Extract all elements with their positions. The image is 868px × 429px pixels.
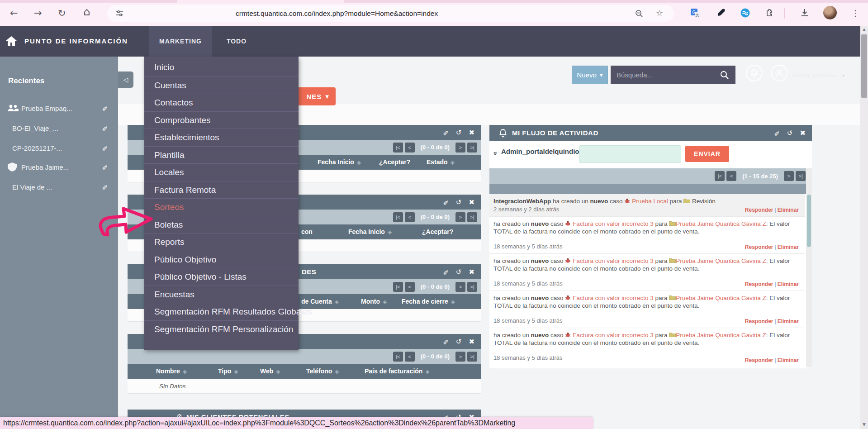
pager-prev-button[interactable]: < [405, 282, 415, 292]
menu-item-cuentas[interactable]: Cuentas [144, 76, 299, 94]
edit-pencil-icon[interactable]: ✎ [102, 163, 108, 171]
menu-item-publico-objetivo[interactable]: Público Objetivo [144, 251, 299, 268]
refresh-icon[interactable]: ↺ [456, 129, 462, 137]
edit-pencil-icon[interactable]: ✎ [102, 183, 108, 191]
column-header[interactable]: Web◈ [260, 364, 280, 379]
edit-pencil-icon[interactable]: ✎ [443, 129, 449, 137]
back-icon[interactable]: ← [10, 8, 18, 19]
column-header[interactable]: País de facturación◈ [365, 364, 430, 379]
forward-icon[interactable]: → [34, 8, 42, 19]
site-info-icon[interactable] [115, 9, 124, 18]
menu-item-reports[interactable]: Reports [144, 233, 299, 251]
scroll-up-icon[interactable]: ▲ [860, 27, 868, 32]
refresh-icon[interactable]: ↺ [787, 129, 793, 137]
column-header[interactable]: Teléfono◈ [306, 364, 339, 379]
notifications-bell-icon[interactable] [746, 65, 763, 81]
sort-icon[interactable]: ◈ [276, 368, 280, 375]
menu-item-encuestas[interactable]: Encuestas [144, 286, 299, 303]
menu-item-factura-remota[interactable]: Factura Remota [144, 181, 299, 199]
account-link[interactable]: Prueba Jaime Quantica Gaviria Z [676, 332, 766, 338]
pager-first-button[interactable]: |< [393, 143, 403, 153]
column-header[interactable]: Monto◈ [361, 294, 387, 309]
sidebar-collapse-button[interactable]: ◁ [118, 72, 133, 88]
edit-pencil-icon[interactable]: ✎ [102, 104, 108, 112]
column-header[interactable]: Tipo◈ [218, 364, 238, 379]
activity-post-input[interactable] [579, 145, 681, 163]
column-header[interactable]: Fecha Inicio◈ [318, 155, 361, 170]
pager-first-button[interactable]: |< [393, 352, 403, 362]
account-link[interactable]: Prueba Jaime Quantica Gaviria Z [676, 257, 766, 264]
eliminar-link[interactable]: Eliminar [778, 357, 799, 363]
feed-scrollbar[interactable] [806, 168, 812, 367]
menu-item-segmentacion-rfm-resultados[interactable]: Segmentación RFM Resultados Globales [144, 303, 299, 320]
search-input[interactable] [611, 66, 735, 84]
logged-in-user[interactable]: admin_portalde...▾ [792, 66, 844, 84]
sort-icon[interactable]: ◈ [388, 229, 392, 235]
account-link[interactable]: Prueba Jaime Quantica Gaviria Z [676, 295, 766, 301]
tab-todo[interactable]: TODO [216, 26, 257, 57]
sort-icon[interactable]: ◈ [335, 368, 339, 375]
refresh-icon[interactable]: ↺ [456, 268, 462, 276]
pager-prev-button[interactable]: < [405, 212, 415, 222]
pager-next-button[interactable]: > [455, 352, 465, 362]
eliminar-link[interactable]: Eliminar [778, 318, 799, 324]
page-scrollbar[interactable]: ▲ ▼ [860, 26, 868, 429]
responder-link[interactable]: Responder [745, 357, 773, 363]
column-header[interactable]: con [301, 224, 313, 239]
column-header[interactable]: Fecha Inicio◈ [348, 224, 392, 239]
recent-item[interactable]: CP-20251217-... ✎ [0, 140, 118, 156]
sort-icon[interactable]: ◈ [451, 159, 455, 166]
column-header[interactable]: Fecha de cierre◈ [402, 294, 455, 309]
app-home-icon[interactable] [6, 36, 17, 48]
blue-circle-extension-icon[interactable] [740, 8, 750, 18]
menu-item-locales[interactable]: Locales [144, 163, 299, 181]
enviar-button[interactable]: ENVIAR [685, 146, 729, 162]
sort-icon[interactable]: ◈ [357, 159, 361, 166]
case-link[interactable]: Prueba Local [632, 198, 668, 205]
responder-link[interactable]: Responder [745, 318, 773, 324]
translate-extension-icon[interactable]: G 文 [690, 8, 700, 18]
scroll-down-icon[interactable]: ▼ [860, 422, 868, 427]
kebab-menu-icon[interactable]: ⋮ [851, 8, 859, 19]
pager-prev-button[interactable]: < [726, 171, 736, 181]
feed-scrollbar-thumb[interactable] [807, 195, 811, 247]
close-icon[interactable]: ✖ [469, 198, 474, 206]
menu-item-contactos[interactable]: Contactos [144, 94, 299, 111]
menu-item-boletas[interactable]: Boletas [144, 216, 299, 234]
url-text[interactable]: crmtest.quantica.com.co/index.php?module… [236, 5, 438, 22]
eliminar-link[interactable]: Eliminar [778, 244, 799, 250]
close-icon[interactable]: ✖ [469, 268, 474, 276]
url-bar[interactable]: crmtest.quantica.com.co/index.php?module… [107, 5, 674, 22]
column-header[interactable]: ¿Aceptar? [422, 224, 453, 239]
app-title[interactable]: PUNTO DE INFORMACIÓN [24, 26, 128, 57]
pager-prev-button[interactable]: < [405, 143, 415, 153]
sort-icon[interactable]: ◈ [383, 299, 387, 305]
case-link[interactable]: Factura con valor incorrecto 3 [573, 332, 654, 338]
menu-item-sorteos[interactable]: Sorteos [144, 198, 299, 216]
sort-icon[interactable]: ◈ [183, 368, 187, 375]
menu-item-segmentacion-rfm-personalizacion[interactable]: Segmentación RFM Personalización [144, 320, 299, 338]
eyedropper-extension-icon[interactable] [716, 8, 726, 18]
sort-icon[interactable]: ◈ [451, 299, 455, 305]
edit-pencil-icon[interactable]: ✎ [443, 198, 449, 206]
menu-item-plantilla[interactable]: Plantilla [144, 146, 299, 164]
close-icon[interactable]: ✖ [469, 338, 474, 346]
pager-first-button[interactable]: |< [393, 282, 403, 292]
responder-link[interactable]: Responder [745, 244, 773, 250]
recent-item[interactable]: El Viaje de ... ✎ [0, 179, 118, 195]
pager-last-button[interactable]: >| [467, 143, 477, 153]
recent-item[interactable]: BO-El_Viaje_... ✎ [0, 120, 118, 136]
edit-pencil-icon[interactable]: ✎ [443, 268, 449, 276]
pager-last-button[interactable]: >| [467, 212, 477, 222]
search-icon[interactable] [720, 71, 729, 81]
refresh-icon[interactable]: ↺ [456, 338, 462, 346]
pager-last-button[interactable]: >| [796, 171, 806, 181]
edit-pencil-icon[interactable]: ✎ [774, 129, 780, 137]
scrollbar-thumb[interactable] [861, 34, 867, 98]
refresh-icon[interactable]: ↺ [456, 198, 462, 206]
menu-item-publico-objetivo-listas[interactable]: Público Objetivo - Listas [144, 268, 299, 286]
tab-marketing[interactable]: MARKETING [149, 26, 212, 57]
user-profile-icon[interactable] [771, 65, 787, 81]
eliminar-link[interactable]: Eliminar [778, 281, 799, 287]
pager-last-button[interactable]: >| [467, 352, 477, 362]
